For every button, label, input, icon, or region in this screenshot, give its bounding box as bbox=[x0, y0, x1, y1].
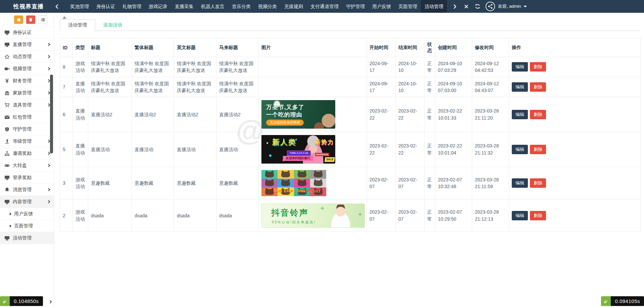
sidebar-item-消息管理[interactable]: 消息管理 bbox=[0, 184, 54, 196]
delete-button[interactable]: 删除 bbox=[530, 145, 546, 154]
edit-button[interactable]: 编辑 bbox=[512, 211, 528, 220]
sidebar-subitem-用户反馈[interactable]: 用户反馈 bbox=[0, 208, 54, 220]
column-header-状态: 状态 bbox=[425, 38, 435, 57]
cell-title-en: 直播活动2 bbox=[174, 97, 216, 132]
column-header-标题: 标题 bbox=[88, 38, 132, 57]
nav-item-音乐分类[interactable]: 音乐分类 bbox=[228, 0, 254, 13]
nav-item-身份认证[interactable]: 身份认证 bbox=[93, 0, 119, 13]
nav-item-用户反馈[interactable]: 用户反馈 bbox=[368, 0, 395, 13]
cell-title-en: 情满中秋 欢度国庆豪礼大放送 bbox=[174, 77, 216, 97]
cell-actions: 编辑删除 bbox=[509, 132, 641, 167]
table-header-row: ID类型标题繁体标题英文标题马来标题图片开始时间结束时间状态创建时间修改时间操作 bbox=[60, 38, 641, 57]
sidebar-subitem-页面管理[interactable]: 页面管理 bbox=[0, 220, 54, 232]
nav-item-页面管理[interactable]: 页面管理 bbox=[395, 0, 421, 13]
nft-tile bbox=[294, 179, 310, 187]
column-header-英文标题: 英文标题 bbox=[174, 38, 216, 57]
nav-item-活动管理[interactable]: 活动管理 bbox=[421, 0, 447, 13]
cell-end: 2023-02-22 bbox=[396, 132, 425, 167]
delete-button[interactable]: 删除 bbox=[530, 82, 546, 92]
nft-tile bbox=[310, 179, 326, 187]
delete-button[interactable]: 删除 bbox=[530, 110, 546, 119]
sidebar-item-label: 道具管理 bbox=[13, 102, 47, 108]
sidebar-item-邀请奖励[interactable]: 邀请奖励 bbox=[0, 147, 54, 160]
nft-tile bbox=[294, 170, 310, 179]
cell-start: 2024-09-17 bbox=[367, 57, 396, 77]
nav-item-守护管理[interactable]: 守护管理 bbox=[342, 0, 368, 13]
chevron-right-icon bbox=[47, 43, 50, 46]
sidebar-scroll-up-arrow[interactable] bbox=[62, 16, 66, 19]
sidebar-item-家族管理[interactable]: 家族管理 bbox=[0, 87, 54, 99]
nav-item-奖池管理[interactable]: 奖池管理 bbox=[66, 0, 93, 13]
sidebar-item-登录奖励[interactable]: 登录奖励 bbox=[0, 172, 54, 184]
cell-status: 正常 bbox=[425, 167, 435, 200]
framework-logo-icon bbox=[601, 296, 611, 306]
sidebar-item-视频管理[interactable]: 视频管理 bbox=[0, 63, 54, 75]
edit-button[interactable]: 编辑 bbox=[512, 145, 528, 154]
cell-start: 2024-09-17 bbox=[367, 77, 396, 97]
home-button[interactable] bbox=[14, 15, 23, 24]
column-header-开始时间: 开始时间 bbox=[367, 38, 396, 57]
tab-activity-management[interactable]: 活动管理 bbox=[60, 19, 95, 31]
refresh-icon[interactable] bbox=[472, 0, 483, 13]
sidebar-item-直播管理[interactable]: 直播管理 bbox=[0, 39, 54, 51]
table-body: 8游戏活动情满中秋 欢度国庆豪礼大放送情满中秋 欢度国庆豪礼大放送情满中秋 欢度… bbox=[60, 57, 641, 232]
sidebar-item-守护管理[interactable]: 守护管理 bbox=[0, 123, 54, 135]
chevron-right-icon bbox=[47, 67, 50, 71]
avatar[interactable] bbox=[485, 1, 495, 11]
banner-pill-text: 欢迎来到我的潮代 bbox=[283, 156, 313, 161]
edit-button[interactable]: 编辑 bbox=[512, 62, 528, 72]
shield-icon bbox=[4, 127, 13, 132]
cell-start: 2023-02-22 bbox=[367, 132, 396, 167]
sidebar-item-大转盘[interactable]: 大转盘 bbox=[0, 160, 54, 172]
chevron-right-icon[interactable] bbox=[449, 0, 460, 13]
cell-image: ONE COPY ONE RIGHT bbox=[259, 167, 367, 200]
nav-item-支付通道管理[interactable]: 支付通道管理 bbox=[307, 0, 342, 13]
action-buttons: 编辑删除 bbox=[512, 110, 638, 119]
sidebar-item-动态管理[interactable]: 动态管理 bbox=[0, 51, 54, 63]
sidebar-item-活动管理[interactable]: 活动管理 bbox=[0, 232, 54, 244]
sidebar-item-等级管理[interactable]: 等级管理 bbox=[0, 135, 54, 147]
delete-button[interactable]: 删除 bbox=[530, 62, 546, 72]
cell-type: 游戏活动 bbox=[73, 57, 88, 77]
cell-actions: 编辑删除 bbox=[509, 167, 641, 200]
column-header-操作: 操作 bbox=[509, 38, 641, 57]
new-human-banner-image: 新人类新势力TIME:3.24-3.26欢迎来到我的潮代SKATEFACESAL… bbox=[261, 135, 335, 164]
cell-type: 游戏活动 bbox=[73, 167, 88, 200]
nav-item-直播采集[interactable]: 直播采集 bbox=[171, 0, 197, 13]
delete-button[interactable]: 删除 bbox=[530, 178, 546, 188]
cell-title-my: dsada bbox=[216, 200, 259, 232]
nft-figure bbox=[298, 180, 306, 186]
list-view-button[interactable] bbox=[38, 15, 47, 24]
trash-button[interactable] bbox=[26, 15, 35, 24]
sidebar-scrollbar[interactable] bbox=[50, 75, 53, 154]
welcome-user-dropdown[interactable]: 欢迎, admin bbox=[498, 3, 527, 9]
cell-title-my: 意趣数藏 bbox=[216, 167, 259, 200]
column-header-繁体标题: 繁体标题 bbox=[132, 38, 174, 57]
nav-item-游戏记录[interactable]: 游戏记录 bbox=[145, 0, 171, 13]
nav-item-视频分类[interactable]: 视频分类 bbox=[254, 0, 281, 13]
cell-id: 2 bbox=[60, 200, 73, 232]
edit-button[interactable]: 编辑 bbox=[512, 178, 528, 188]
sidebar-item-身份认证[interactable]: 身份认证 bbox=[0, 27, 54, 39]
nav-item-充值规则[interactable]: 充值规则 bbox=[281, 0, 307, 13]
banner-text: ONE COPY ONE RIGHT bbox=[274, 188, 320, 194]
sidebar-item-内容管理[interactable]: 内容管理 bbox=[0, 196, 54, 208]
nav-item-礼物管理[interactable]: 礼物管理 bbox=[119, 0, 145, 13]
sidebar-item-财务管理[interactable]: 财务管理 bbox=[0, 75, 54, 87]
edit-button[interactable]: 编辑 bbox=[512, 82, 528, 92]
video-icon bbox=[4, 66, 13, 72]
tab-add-activity[interactable]: 添加活动 bbox=[95, 20, 130, 31]
sidebar-item-道具管理[interactable]: 道具管理 bbox=[0, 99, 54, 111]
sidebar-item-label: 家族管理 bbox=[13, 90, 47, 96]
close-icon[interactable] bbox=[460, 0, 472, 13]
cell-created: 2024-09-10 07:03:00 bbox=[435, 77, 472, 97]
sidebar-item-红包管理[interactable]: 红包管理 bbox=[0, 111, 54, 123]
cell-modified: 2023-03-28 21:11:59 bbox=[472, 167, 509, 200]
top-navbar: 性视界直播 奖池管理身份认证礼物管理游戏记录直播采集机器人发言音乐分类视频分类充… bbox=[0, 0, 644, 13]
nav-item-机器人发言[interactable]: 机器人发言 bbox=[197, 0, 228, 13]
chevron-right-icon bbox=[47, 152, 50, 155]
edit-button[interactable]: 编辑 bbox=[512, 110, 528, 119]
delete-button[interactable]: 删除 bbox=[530, 211, 546, 220]
nft-figure bbox=[265, 172, 274, 177]
chevron-left-icon[interactable] bbox=[52, 4, 61, 9]
